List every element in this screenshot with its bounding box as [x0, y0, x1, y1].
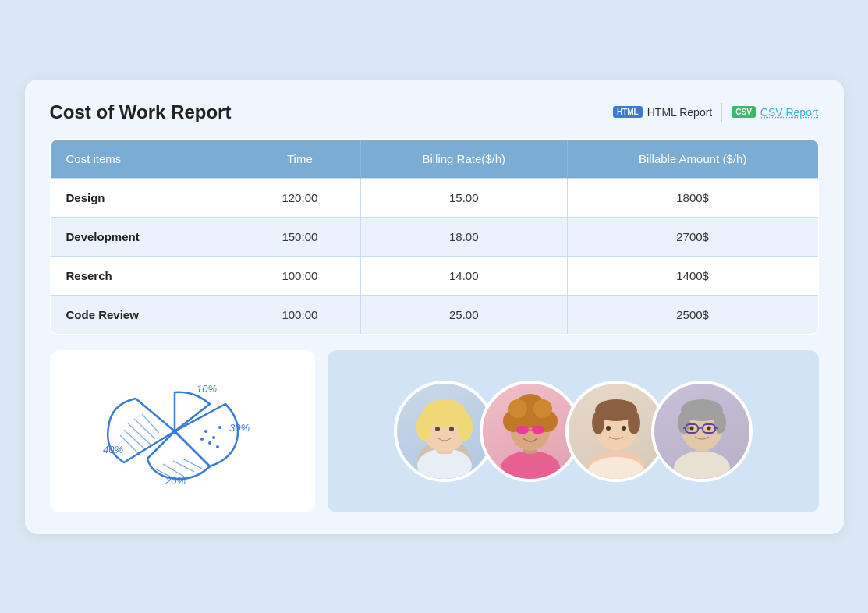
svg-point-35 [508, 399, 527, 418]
svg-text:30%: 30% [229, 422, 250, 434]
col-billing-rate: Billing Rate($/h) [360, 139, 567, 178]
table-row: Design 120:00 15.00 1800$ [50, 178, 818, 217]
cell-item-0: Design [50, 178, 239, 217]
svg-point-10 [216, 445, 219, 448]
html-report-label: HTML Report [647, 106, 713, 119]
avatar-4 [651, 381, 753, 482]
svg-point-9 [200, 438, 204, 441]
svg-point-60 [689, 426, 693, 430]
cell-item-2: Reserch [50, 256, 239, 295]
cell-rate-2: 14.00 [360, 256, 567, 295]
svg-point-53 [678, 412, 690, 434]
col-time: Time [239, 139, 360, 178]
cell-rate-1: 18.00 [360, 217, 567, 256]
svg-point-5 [204, 430, 207, 433]
cell-rate-0: 15.00 [360, 178, 567, 217]
svg-rect-38 [532, 426, 544, 434]
table-row: Reserch 100:00 14.00 1400$ [50, 256, 818, 295]
cell-rate-3: 25.00 [360, 295, 567, 334]
avatar-4-illustration [654, 384, 749, 479]
bottom-section: 10% 30% 20% 40% [50, 350, 819, 512]
table-row: Development 150:00 18.00 2700$ [50, 217, 818, 256]
team-avatars-card [328, 350, 819, 512]
cell-amount-2: 1400$ [567, 256, 818, 295]
svg-text:10%: 10% [197, 383, 217, 395]
avatar-3-illustration [569, 384, 664, 479]
svg-text:20%: 20% [165, 475, 186, 487]
report-header: Cost of Work Report HTML HTML Report CSV… [50, 101, 819, 123]
svg-line-3 [134, 419, 155, 439]
svg-point-8 [208, 441, 211, 445]
svg-point-15 [172, 429, 177, 434]
cell-time-1: 150:00 [239, 217, 360, 256]
cell-item-1: Development [50, 217, 239, 256]
svg-point-48 [622, 426, 626, 431]
cell-item-3: Code Review [50, 295, 239, 334]
svg-line-1 [124, 430, 145, 449]
csv-report-button[interactable]: CSV CSV Report [732, 106, 818, 119]
pie-chart: 10% 30% 20% 40% [81, 369, 284, 494]
cell-time-2: 100:00 [239, 256, 360, 295]
cell-time-3: 100:00 [239, 295, 360, 334]
cell-amount-0: 1800$ [567, 178, 818, 217]
svg-point-26 [457, 413, 473, 441]
divider [721, 103, 722, 122]
svg-text:40%: 40% [103, 444, 123, 455]
svg-point-36 [533, 399, 552, 418]
svg-point-49 [674, 451, 730, 479]
report-title: Cost of Work Report [50, 101, 232, 123]
cell-time-0: 120:00 [239, 178, 360, 217]
svg-point-29 [501, 451, 560, 479]
svg-point-7 [218, 426, 221, 429]
svg-point-6 [212, 436, 215, 439]
avatar-1-illustration [397, 384, 492, 479]
html-badge: HTML [613, 106, 643, 118]
avatar-2-illustration [483, 384, 578, 479]
table-row: Code Review 100:00 25.00 2500$ [50, 295, 818, 334]
svg-point-61 [707, 426, 710, 430]
csv-badge: CSV [732, 106, 756, 118]
pie-chart-card: 10% 30% 20% 40% [50, 350, 315, 512]
html-report-button[interactable]: HTML HTML Report [613, 106, 712, 119]
col-billable-amount: Billable Amount ($/h) [567, 139, 818, 178]
cost-table: Cost items Time Billing Rate($/h) Billab… [50, 139, 819, 335]
svg-point-25 [416, 413, 432, 441]
svg-point-46 [628, 411, 640, 434]
cell-amount-1: 2700$ [567, 217, 818, 256]
svg-point-27 [435, 427, 440, 431]
main-card: Cost of Work Report HTML HTML Report CSV… [25, 80, 844, 534]
csv-report-label: CSV Report [760, 106, 819, 119]
svg-point-28 [449, 427, 454, 431]
col-cost-items: Cost items [50, 139, 239, 178]
svg-rect-37 [516, 426, 529, 434]
table-header-row: Cost items Time Billing Rate($/h) Billab… [50, 139, 818, 178]
cell-amount-3: 2500$ [567, 295, 818, 334]
header-actions: HTML HTML Report CSV CSV Report [613, 103, 819, 122]
svg-point-45 [592, 411, 604, 434]
svg-point-47 [606, 426, 611, 431]
svg-line-2 [128, 423, 151, 445]
